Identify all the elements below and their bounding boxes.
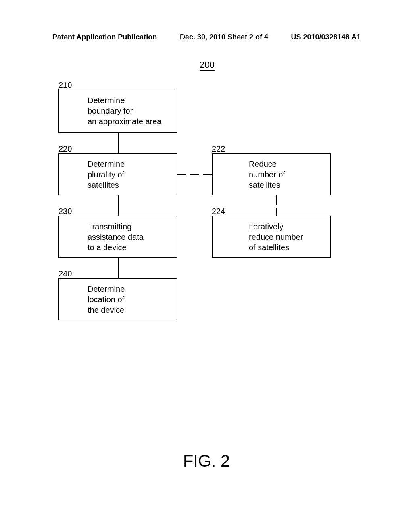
page-header: Patent Application Publication Dec. 30, … [0, 33, 413, 42]
label-240: 240 [58, 269, 72, 278]
box-222: Reduce number of satellites [212, 153, 331, 195]
header-left: Patent Application Publication [52, 33, 157, 42]
label-220: 220 [58, 144, 72, 154]
connector-220-230 [118, 195, 119, 216]
flowchart-diagram: 210 Determine boundary for an approximat… [52, 77, 367, 399]
label-222: 222 [212, 144, 225, 154]
box-240-text: Determine location of the device [88, 284, 125, 315]
figure-number: 200 [200, 60, 215, 71]
box-220-text: Determine plurality of satellites [88, 159, 125, 190]
label-230: 230 [58, 207, 72, 216]
figure-caption: FIG. 2 [0, 451, 413, 471]
label-224: 224 [212, 207, 225, 216]
box-230: Transmitting assistance data to a device [58, 216, 177, 258]
box-220: Determine plurality of satellites [58, 153, 177, 195]
box-222-text: Reduce number of satellites [249, 159, 285, 190]
box-210: Determine boundary for an approximate ar… [58, 89, 177, 133]
header-center: Dec. 30, 2010 Sheet 2 of 4 [180, 33, 268, 42]
box-210-text: Determine boundary for an approximate ar… [88, 95, 161, 127]
connector-230-240 [118, 258, 119, 278]
header-right: US 2010/0328148 A1 [291, 33, 361, 42]
connector-210-220 [118, 133, 119, 153]
box-224: Iteratively reduce number of satellites [212, 216, 331, 258]
box-224-text: Iteratively reduce number of satellites [249, 221, 303, 253]
box-240: Determine location of the device [58, 278, 177, 320]
box-230-text: Transmitting assistance data to a device [88, 221, 144, 253]
connector-220-222 [177, 174, 212, 175]
